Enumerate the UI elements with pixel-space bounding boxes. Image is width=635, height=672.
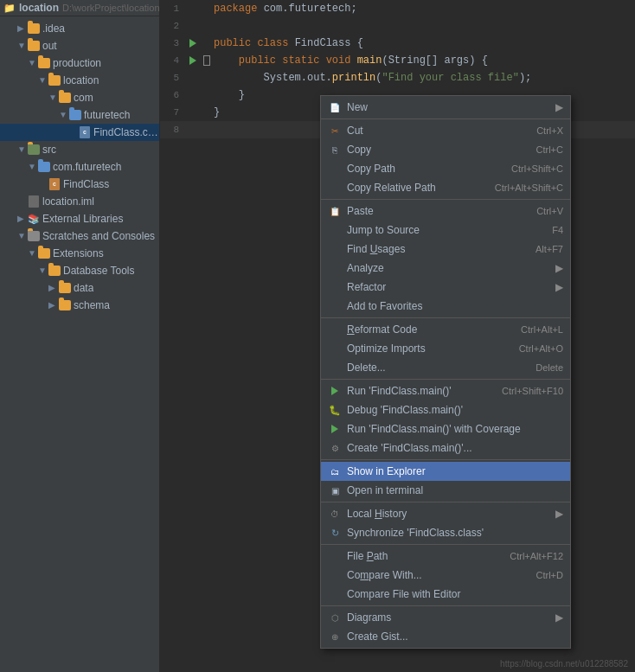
menu-label-copy-path: Copy Path <box>347 163 395 175</box>
tree-item-findclass-class[interactable]: ▶ c FindClass.class <box>0 124 159 141</box>
menu-item-show-explorer[interactable]: 🗂 Show in Explorer <box>321 462 570 481</box>
tree-item-futuretech[interactable]: ▼ futuretech <box>0 106 159 124</box>
collapse-arrow-out: ▼ <box>17 38 26 54</box>
menu-label-copy-relative-path: Copy Relative Path <box>347 182 436 194</box>
menu-item-refactor[interactable]: Refactor ▶ <box>321 278 570 297</box>
collapse-arrow-ext-libs: ▶ <box>17 211 26 227</box>
menu-item-copy-path[interactable]: Copy Path Ctrl+Shift+C <box>321 159 570 178</box>
run-arrow-4 <box>189 56 196 65</box>
menu-label-create-gist: Create Gist... <box>347 630 408 643</box>
tree-label-src: src <box>42 142 56 157</box>
debug-icon: 🐛 <box>328 403 342 417</box>
new-icon: 📄 <box>328 100 342 114</box>
menu-item-compare-editor[interactable]: Compare File with Editor <box>321 585 570 604</box>
tree-item-scratches[interactable]: ▼ Scratches and Consoles <box>0 227 159 245</box>
menu-label-copy: Copy <box>347 144 371 156</box>
tree-item-location-iml[interactable]: ▶ location.iml <box>0 193 159 210</box>
menu-item-open-terminal[interactable]: ▣ Open in terminal <box>321 481 570 500</box>
file-tree: ▶ .idea ▼ out ▼ production ▼ <box>0 16 159 317</box>
line-num-7: 7 <box>160 107 186 118</box>
history-icon: ⏱ <box>328 507 342 521</box>
project-name: location <box>19 2 59 14</box>
jump-source-icon <box>328 223 342 237</box>
menu-item-diagrams[interactable]: ⬡ Diagrams ▶ <box>321 608 570 627</box>
code-line-5: System.out.println("Find your class file… <box>214 72 635 84</box>
menu-item-optimize-imports[interactable]: Optimize Imports Ctrl+Alt+O <box>321 339 570 358</box>
shortcut-optimize: Ctrl+Alt+O <box>502 343 563 354</box>
line-num-6: 6 <box>160 90 186 100</box>
iml-file-icon <box>28 195 40 208</box>
shortcut-reformat: Ctrl+Alt+L <box>504 324 563 335</box>
code-line-3: public class FindClass { <box>214 37 635 49</box>
terminal-icon: ▣ <box>328 483 342 497</box>
editor-panel: 1 package com.futuretech; 2 3 public cla… <box>160 0 635 672</box>
menu-item-debug[interactable]: 🐛 Debug 'FindClass.main()' <box>321 400 570 419</box>
menu-item-create-gist[interactable]: ⊕ Create Gist... <box>321 627 570 646</box>
menu-item-compare-with[interactable]: Compare With... Ctrl+D <box>321 566 570 585</box>
tree-item-com-futuretech[interactable]: ▼ com.futuretech <box>0 158 159 176</box>
menu-item-paste[interactable]: 📋 Paste Ctrl+V <box>321 202 570 221</box>
menu-item-new[interactable]: 📄 New ▶ <box>321 98 570 117</box>
tree-item-data[interactable]: ▶ data <box>0 279 159 297</box>
tree-item-extensions[interactable]: ▼ Extensions <box>0 245 159 262</box>
scissors-icon: ✂ <box>328 124 342 138</box>
menu-item-copy-relative-path[interactable]: Copy Relative Path Ctrl+Alt+Shift+C <box>321 178 570 197</box>
shortcut-copy-path: Ctrl+Shift+C <box>494 163 563 174</box>
line-num-4: 4 <box>160 55 186 66</box>
menu-item-copy[interactable]: ⎘ Copy Ctrl+C <box>321 140 570 159</box>
menu-item-create[interactable]: ⚙ Create 'FindClass.main()'... <box>321 438 570 458</box>
tree-item-findclass[interactable]: ▶ c FindClass <box>0 176 159 193</box>
java-file-icon-findclass: c <box>48 178 61 190</box>
tree-item-production[interactable]: ▼ production <box>0 54 159 72</box>
menu-label-new: New <box>347 101 368 113</box>
collapse-arrow-futuretech: ▼ <box>59 107 67 123</box>
menu-item-jump-to-source[interactable]: Jump to Source F4 <box>321 221 570 240</box>
menu-item-run-coverage[interactable]: Run 'FindClass.main()' with Coverage <box>321 419 570 438</box>
submenu-arrow-refactor: ▶ <box>555 281 563 293</box>
tree-item-location-folder[interactable]: ▼ location <box>0 72 159 89</box>
context-menu: 📄 New ▶ ✂ Cut Ctrl+X ⎘ Copy Ctrl+C Copy … <box>320 95 571 649</box>
run-arrow-3 <box>189 39 196 48</box>
menu-label-run-coverage: Run 'FindClass.main()' with Coverage <box>347 423 521 435</box>
tree-label-com-futuretech: com.futuretech <box>53 159 121 175</box>
menu-label-compare-with: Compare With... <box>347 569 422 581</box>
tree-item-idea[interactable]: ▶ .idea <box>0 20 159 37</box>
menu-item-reformat[interactable]: Reformat Code Ctrl+Alt+L <box>321 320 570 339</box>
menu-item-find-usages[interactable]: Find Usages Alt+F7 <box>321 240 570 259</box>
folder-icon-idea <box>28 22 40 35</box>
menu-item-file-path[interactable]: File Path Ctrl+Alt+F12 <box>321 547 570 566</box>
tree-label-location-folder: location <box>63 73 99 88</box>
menu-item-add-favorites[interactable]: Add to Favorites <box>321 297 570 316</box>
tree-item-external-libs[interactable]: ▶ 📚 External Libraries <box>0 210 159 227</box>
tree-item-com[interactable]: ▼ com <box>0 89 159 106</box>
folder-icon-scratches <box>28 230 40 242</box>
menu-item-run[interactable]: Run 'FindClass.main()' Ctrl+Shift+F10 <box>321 381 570 400</box>
tree-item-database-tools[interactable]: ▼ Database Tools <box>0 262 159 279</box>
tree-item-schema[interactable]: ▶ schema <box>0 297 159 314</box>
folder-icon-data <box>59 282 71 294</box>
collapse-arrow-com: ▼ <box>48 90 57 106</box>
menu-label-delete: Delete... <box>347 362 386 374</box>
menu-item-cut[interactable]: ✂ Cut Ctrl+X <box>321 121 570 140</box>
tree-item-out[interactable]: ▼ out <box>0 37 159 54</box>
tree-item-src[interactable]: ▼ src <box>0 141 159 158</box>
menu-label-diagrams: Diagrams <box>347 611 391 624</box>
collapse-arrow-production: ▼ <box>28 55 36 71</box>
menu-item-local-history[interactable]: ⏱ Local History ▶ <box>321 504 570 523</box>
menu-item-delete[interactable]: Delete... Delete <box>321 358 570 377</box>
file-path-icon <box>328 549 342 563</box>
menu-label-open-terminal: Open in terminal <box>347 484 423 496</box>
collapse-arrow-location: ▼ <box>38 73 47 88</box>
shortcut-jump-to-source: F4 <box>535 225 563 235</box>
delete-icon <box>328 361 342 374</box>
menu-item-synchronize[interactable]: ↻ Synchronize 'FindClass.class' <box>321 523 570 542</box>
show-explorer-icon: 🗂 <box>328 464 342 478</box>
menu-item-analyze[interactable]: Analyze ▶ <box>321 259 570 278</box>
editor-line-2: 2 <box>160 17 635 35</box>
menu-label-find-usages: Find Usages <box>347 243 405 255</box>
tree-label-schema: schema <box>74 298 110 313</box>
tree-label-idea: .idea <box>42 21 65 36</box>
tree-label-data: data <box>74 280 93 296</box>
separator-1 <box>321 118 570 119</box>
menu-label-add-favorites: Add to Favorites <box>347 300 422 312</box>
